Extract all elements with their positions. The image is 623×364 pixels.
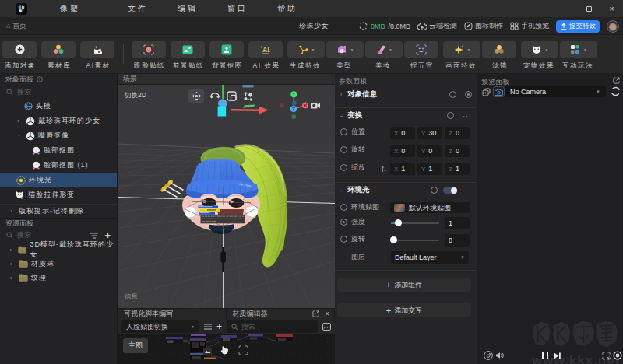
svg-text:AI: AI <box>262 46 269 54</box>
